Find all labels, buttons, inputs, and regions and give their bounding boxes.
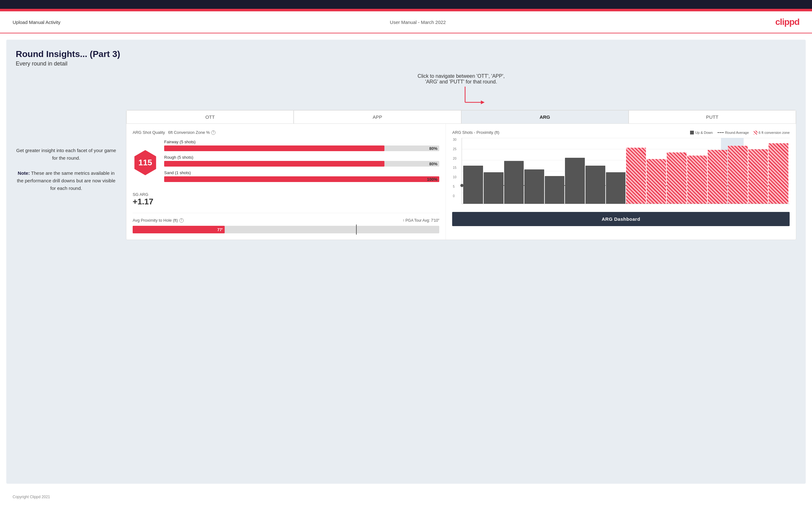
legend-up-down: Up & Down bbox=[690, 131, 713, 134]
chart-bar-5 bbox=[545, 176, 565, 204]
quality-label: ARG Shot Quality bbox=[133, 130, 165, 135]
chart-bar-7 bbox=[586, 166, 605, 204]
page-subtitle: Every round in detail bbox=[16, 60, 796, 67]
chart-bar-4 bbox=[524, 169, 544, 204]
chart-container: 30 25 20 15 10 5 0 bbox=[462, 138, 790, 204]
hexagon-area: 115 Fairway (5 shots) 80% bbox=[133, 139, 439, 186]
callout-text: Get greater insight into each facet of y… bbox=[16, 147, 116, 192]
y-label-10: 10 bbox=[453, 175, 456, 179]
chart-bar-11 bbox=[667, 153, 687, 204]
legend-conversion-zone: 6 ft conversion zone bbox=[754, 131, 790, 134]
bar-sand: Sand (1 shots) 100% bbox=[164, 170, 439, 182]
header: Upload Manual Activity User Manual - Mar… bbox=[0, 11, 812, 34]
annotation-line2: 'ARG' and 'PUTT' for that round. bbox=[126, 79, 796, 85]
chart-bar-8 bbox=[606, 172, 626, 204]
chart-header: ARG Shots - Proximity (ft) Up & Down Rou… bbox=[452, 130, 790, 135]
pga-avg: ↑ PGA Tour Avg: 7'10" bbox=[402, 218, 439, 223]
tab-ott[interactable]: OTT bbox=[126, 110, 294, 123]
tab-putt[interactable]: PUTT bbox=[628, 110, 796, 123]
nav-arrow bbox=[462, 87, 487, 112]
legend-round-avg: Round Average bbox=[717, 131, 749, 134]
bar-rows: Fairway (5 shots) 80% Rough (5 shots) bbox=[164, 139, 439, 186]
sg-section: SG ARG +1.17 bbox=[133, 192, 439, 207]
page-title: Round Insights... (Part 3) bbox=[16, 49, 796, 59]
annotation-line1: Click to navigate between 'OTT', 'APP', bbox=[126, 73, 796, 79]
cursor-line bbox=[356, 225, 357, 235]
chart-bar-6 bbox=[565, 158, 585, 204]
y-label-0: 0 bbox=[453, 194, 456, 198]
chart-bar-14 bbox=[728, 146, 748, 204]
bottom-accent-bar bbox=[0, 9, 812, 11]
chart-bar-10 bbox=[647, 159, 666, 204]
y-label-5: 5 bbox=[453, 185, 456, 188]
main-card: OTT APP ARG PUTT ARG Shot Quality 6ft Co… bbox=[126, 110, 796, 240]
tab-bar: OTT APP ARG PUTT bbox=[126, 110, 796, 124]
prox-label: Avg Proximity to Hole (ft) ? bbox=[133, 218, 184, 223]
tab-arg[interactable]: ARG bbox=[461, 110, 628, 123]
manual-date: User Manual - March 2022 bbox=[390, 19, 446, 25]
bars-area bbox=[462, 138, 790, 204]
chart-title: ARG Shots - Proximity (ft) bbox=[452, 130, 499, 135]
y-label-15: 15 bbox=[453, 166, 456, 169]
proximity-bar: 77' bbox=[133, 226, 439, 233]
chart-bar-13 bbox=[708, 150, 727, 204]
score-hex: 115 bbox=[133, 150, 158, 175]
y-label-30: 30 bbox=[453, 138, 456, 142]
chart-bar-15 bbox=[748, 149, 768, 204]
note-label: Note: bbox=[18, 170, 30, 176]
footer: Copyright Clippd 2021 bbox=[0, 490, 812, 504]
chart-legend: Up & Down Round Average 6 ft conversion … bbox=[690, 131, 790, 134]
upload-manual-label: Upload Manual Activity bbox=[13, 19, 60, 25]
logo: clippd bbox=[775, 17, 799, 27]
chart-bar-12 bbox=[687, 156, 707, 204]
arg-dashboard-button[interactable]: ARG Dashboard bbox=[452, 212, 790, 226]
svg-marker-2 bbox=[481, 101, 485, 104]
chart-bar-16 bbox=[768, 143, 789, 204]
card-body: ARG Shot Quality 6ft Conversion Zone % ?… bbox=[126, 124, 796, 240]
bar-rough: Rough (5 shots) 80% bbox=[164, 155, 439, 167]
chart-bar-2 bbox=[484, 172, 504, 204]
tab-app[interactable]: APP bbox=[294, 110, 461, 123]
callout-text-2: These are the same metrics available in … bbox=[17, 170, 116, 191]
main-content: Round Insights... (Part 3) Every round i… bbox=[6, 40, 806, 484]
bar-fairway: Fairway (5 shots) 80% bbox=[164, 139, 439, 151]
left-panel: Get greater insight into each facet of y… bbox=[16, 73, 116, 240]
chart-bar-1 bbox=[463, 166, 483, 204]
info-icon: ? bbox=[211, 130, 215, 135]
callout-text-1: Get greater insight into each facet of y… bbox=[16, 148, 116, 161]
proximity-section: Avg Proximity to Hole (ft) ? ↑ PGA Tour … bbox=[133, 213, 439, 233]
conversion-label: 6ft Conversion Zone % ? bbox=[168, 130, 215, 135]
y-label-20: 20 bbox=[453, 157, 456, 160]
prox-info-icon: ? bbox=[179, 218, 184, 223]
y-label-25: 25 bbox=[453, 148, 456, 151]
chart-bar-3 bbox=[504, 161, 524, 204]
chart-bar-9 bbox=[626, 148, 646, 204]
left-section: ARG Shot Quality 6ft Conversion Zone % ?… bbox=[126, 124, 446, 240]
top-bar bbox=[0, 0, 812, 9]
right-section: ARG Shots - Proximity (ft) Up & Down Rou… bbox=[446, 124, 796, 240]
copyright: Copyright Clippd 2021 bbox=[13, 495, 50, 499]
